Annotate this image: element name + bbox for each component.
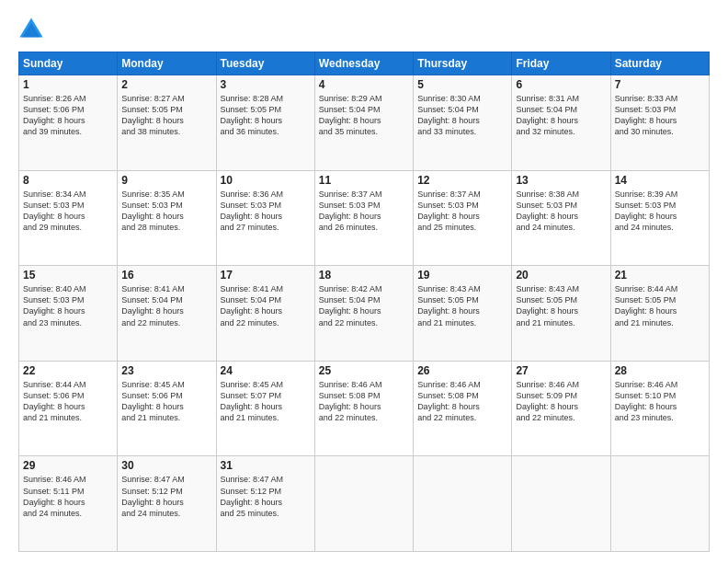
calendar-cell: 31Sunrise: 8:47 AMSunset: 5:12 PMDayligh… [216,456,314,552]
cell-info: Sunrise: 8:26 AMSunset: 5:06 PMDaylight:… [23,93,113,138]
calendar-cell: 17Sunrise: 8:41 AMSunset: 5:04 PMDayligh… [216,266,314,362]
cell-info: Sunrise: 8:35 AMSunset: 5:03 PMDaylight:… [121,189,211,234]
calendar-cell [512,456,610,552]
calendar-cell: 18Sunrise: 8:42 AMSunset: 5:04 PMDayligh… [314,266,413,362]
header-day-wednesday: Wednesday [314,52,413,75]
cell-info: Sunrise: 8:27 AMSunset: 5:05 PMDaylight:… [121,93,211,138]
calendar-cell: 13Sunrise: 8:38 AMSunset: 5:03 PMDayligh… [512,170,610,266]
cell-info: Sunrise: 8:44 AMSunset: 5:05 PMDaylight:… [615,283,705,328]
calendar-body: 1Sunrise: 8:26 AMSunset: 5:06 PMDaylight… [19,75,710,552]
calendar-cell: 9Sunrise: 8:35 AMSunset: 5:03 PMDaylight… [118,170,216,266]
calendar-cell: 21Sunrise: 8:44 AMSunset: 5:05 PMDayligh… [610,266,709,362]
week-row-3: 22Sunrise: 8:44 AMSunset: 5:06 PMDayligh… [19,361,710,456]
calendar-cell: 10Sunrise: 8:36 AMSunset: 5:03 PMDayligh… [216,170,314,266]
header-day-saturday: Saturday [610,52,709,75]
cell-info: Sunrise: 8:36 AMSunset: 5:03 PMDaylight:… [221,189,311,234]
day-number: 31 [221,459,311,472]
cell-info: Sunrise: 8:42 AMSunset: 5:04 PMDaylight:… [319,283,409,328]
day-number: 12 [417,174,507,187]
day-number: 11 [319,174,409,187]
day-number: 10 [221,174,311,187]
cell-info: Sunrise: 8:34 AMSunset: 5:03 PMDaylight:… [23,189,113,234]
cell-info: Sunrise: 8:46 AMSunset: 5:09 PMDaylight:… [516,379,606,424]
cell-info: Sunrise: 8:46 AMSunset: 5:10 PMDaylight:… [615,379,705,424]
cell-info: Sunrise: 8:44 AMSunset: 5:06 PMDaylight:… [23,379,113,424]
day-number: 18 [319,269,409,282]
day-number: 4 [319,78,409,91]
cell-info: Sunrise: 8:37 AMSunset: 5:03 PMDaylight:… [417,189,507,234]
calendar-table: SundayMondayTuesdayWednesdayThursdayFrid… [18,52,710,552]
calendar-cell: 7Sunrise: 8:33 AMSunset: 5:03 PMDaylight… [610,75,709,171]
calendar-cell: 6Sunrise: 8:31 AMSunset: 5:04 PMDaylight… [512,75,610,171]
day-number: 25 [319,364,409,377]
calendar-cell: 25Sunrise: 8:46 AMSunset: 5:08 PMDayligh… [314,361,413,456]
week-row-2: 15Sunrise: 8:40 AMSunset: 5:03 PMDayligh… [19,266,710,362]
page: SundayMondayTuesdayWednesdayThursdayFrid… [0,0,728,563]
day-number: 8 [23,174,113,187]
day-number: 26 [417,364,507,377]
cell-info: Sunrise: 8:37 AMSunset: 5:03 PMDaylight:… [319,189,409,234]
day-number: 20 [516,269,606,282]
day-number: 19 [417,269,507,282]
calendar-cell: 27Sunrise: 8:46 AMSunset: 5:09 PMDayligh… [512,361,610,456]
header-day-tuesday: Tuesday [216,52,314,75]
header [18,17,710,42]
calendar-cell: 14Sunrise: 8:39 AMSunset: 5:03 PMDayligh… [610,170,709,266]
header-row: SundayMondayTuesdayWednesdayThursdayFrid… [19,52,710,75]
cell-info: Sunrise: 8:29 AMSunset: 5:04 PMDaylight:… [319,93,409,138]
header-day-monday: Monday [118,52,216,75]
day-number: 15 [23,269,113,282]
day-number: 9 [121,174,211,187]
calendar-cell: 23Sunrise: 8:45 AMSunset: 5:06 PMDayligh… [118,361,216,456]
cell-info: Sunrise: 8:45 AMSunset: 5:07 PMDaylight:… [221,379,311,424]
calendar-cell [314,456,413,552]
calendar-cell: 12Sunrise: 8:37 AMSunset: 5:03 PMDayligh… [414,170,512,266]
cell-info: Sunrise: 8:38 AMSunset: 5:03 PMDaylight:… [516,189,606,234]
cell-info: Sunrise: 8:41 AMSunset: 5:04 PMDaylight:… [121,283,211,328]
calendar-cell [610,456,709,552]
week-row-1: 8Sunrise: 8:34 AMSunset: 5:03 PMDaylight… [19,170,710,266]
calendar-cell: 28Sunrise: 8:46 AMSunset: 5:10 PMDayligh… [610,361,709,456]
header-day-thursday: Thursday [414,52,512,75]
calendar-cell: 2Sunrise: 8:27 AMSunset: 5:05 PMDaylight… [118,75,216,171]
calendar-cell: 22Sunrise: 8:44 AMSunset: 5:06 PMDayligh… [19,361,118,456]
cell-info: Sunrise: 8:41 AMSunset: 5:04 PMDaylight:… [221,283,311,328]
calendar-cell: 30Sunrise: 8:47 AMSunset: 5:12 PMDayligh… [118,456,216,552]
calendar-cell: 19Sunrise: 8:43 AMSunset: 5:05 PMDayligh… [414,266,512,362]
calendar-cell: 16Sunrise: 8:41 AMSunset: 5:04 PMDayligh… [118,266,216,362]
cell-info: Sunrise: 8:30 AMSunset: 5:04 PMDaylight:… [417,93,507,138]
calendar-cell: 11Sunrise: 8:37 AMSunset: 5:03 PMDayligh… [314,170,413,266]
calendar-cell: 5Sunrise: 8:30 AMSunset: 5:04 PMDaylight… [414,75,512,171]
cell-info: Sunrise: 8:45 AMSunset: 5:06 PMDaylight:… [121,379,211,424]
day-number: 22 [23,364,113,377]
day-number: 29 [23,459,113,472]
cell-info: Sunrise: 8:46 AMSunset: 5:11 PMDaylight:… [23,474,113,519]
day-number: 5 [417,78,507,91]
cell-info: Sunrise: 8:39 AMSunset: 5:03 PMDaylight:… [615,189,705,234]
cell-info: Sunrise: 8:46 AMSunset: 5:08 PMDaylight:… [319,379,409,424]
calendar-cell: 29Sunrise: 8:46 AMSunset: 5:11 PMDayligh… [19,456,118,552]
day-number: 6 [516,78,606,91]
day-number: 28 [615,364,705,377]
day-number: 3 [221,78,311,91]
cell-info: Sunrise: 8:47 AMSunset: 5:12 PMDaylight:… [121,474,211,519]
day-number: 23 [121,364,211,377]
week-row-0: 1Sunrise: 8:26 AMSunset: 5:06 PMDaylight… [19,75,710,171]
day-number: 30 [121,459,211,472]
cell-info: Sunrise: 8:46 AMSunset: 5:08 PMDaylight:… [417,379,507,424]
header-day-friday: Friday [512,52,610,75]
cell-info: Sunrise: 8:28 AMSunset: 5:05 PMDaylight:… [221,93,311,138]
day-number: 16 [121,269,211,282]
logo-icon [18,17,44,42]
cell-info: Sunrise: 8:43 AMSunset: 5:05 PMDaylight:… [417,283,507,328]
day-number: 27 [516,364,606,377]
cell-info: Sunrise: 8:33 AMSunset: 5:03 PMDaylight:… [615,93,705,138]
logo [18,17,48,42]
cell-info: Sunrise: 8:47 AMSunset: 5:12 PMDaylight:… [221,474,311,519]
calendar-cell: 1Sunrise: 8:26 AMSunset: 5:06 PMDaylight… [19,75,118,171]
day-number: 2 [121,78,211,91]
calendar-cell [414,456,512,552]
calendar-cell: 26Sunrise: 8:46 AMSunset: 5:08 PMDayligh… [414,361,512,456]
day-number: 7 [615,78,705,91]
calendar-cell: 4Sunrise: 8:29 AMSunset: 5:04 PMDaylight… [314,75,413,171]
